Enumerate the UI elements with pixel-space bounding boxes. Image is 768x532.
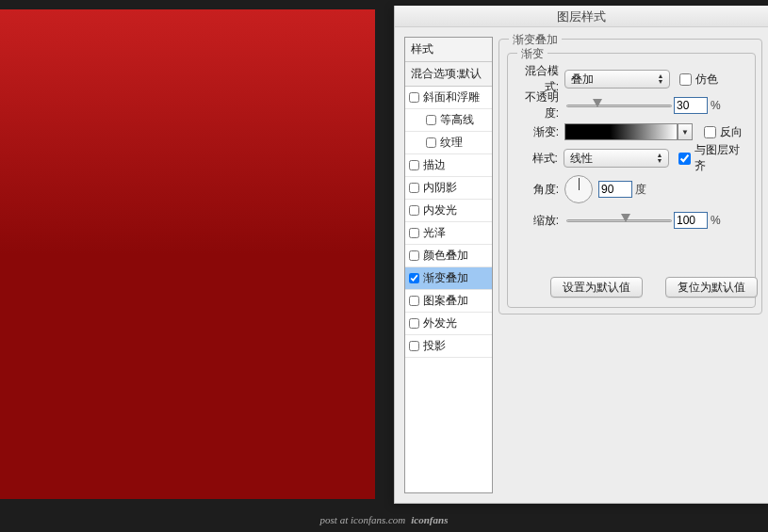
style-item[interactable]: 等高线 bbox=[405, 109, 492, 132]
style-item[interactable]: 内发光 bbox=[405, 200, 492, 222]
make-default-button[interactable]: 设置为默认值 bbox=[550, 277, 643, 298]
style-item[interactable]: 投影 bbox=[405, 335, 492, 358]
style-item-label: 外发光 bbox=[423, 315, 457, 331]
footer-brand: iconfans bbox=[411, 514, 448, 525]
reverse-label: 反向 bbox=[720, 124, 743, 140]
scale-slider[interactable] bbox=[566, 213, 672, 228]
label-style: 样式: bbox=[514, 151, 564, 167]
angle-dial[interactable] bbox=[564, 175, 593, 203]
gradient-overlay-group: 渐变叠加 渐变 混合模式: 叠加 ▲▼ 仿色 bbox=[498, 39, 762, 314]
layer-style-dialog: 图层样式 样式 混合选项:默认 斜面和浮雕等高线纹理描边内阴影内发光光泽颜色叠加… bbox=[394, 6, 768, 504]
style-list-header[interactable]: 样式 bbox=[405, 38, 492, 62]
style-item-checkbox[interactable] bbox=[426, 115, 436, 125]
gradient-style-select[interactable]: 线性 ▲▼ bbox=[564, 149, 669, 168]
style-item-label: 图案叠加 bbox=[423, 293, 468, 309]
footer: post at iconfans.com iconfans bbox=[0, 508, 768, 532]
label-gradient: 渐变: bbox=[514, 124, 564, 140]
style-item-checkbox[interactable] bbox=[409, 273, 419, 283]
style-item[interactable]: 外发光 bbox=[405, 313, 492, 335]
align-label: 与图层对齐 bbox=[694, 142, 749, 174]
style-item-label: 投影 bbox=[423, 338, 446, 354]
label-opacity: 不透明度: bbox=[514, 89, 564, 121]
style-item-label: 斜面和浮雕 bbox=[423, 89, 480, 105]
style-item-checkbox[interactable] bbox=[409, 250, 419, 261]
style-item[interactable]: 斜面和浮雕 bbox=[405, 87, 492, 109]
opacity-input[interactable] bbox=[674, 97, 708, 114]
angle-input[interactable] bbox=[598, 181, 632, 198]
style-list: 样式 混合选项:默认 斜面和浮雕等高线纹理描边内阴影内发光光泽颜色叠加渐变叠加图… bbox=[404, 37, 493, 493]
opacity-unit: % bbox=[711, 99, 721, 112]
style-item-checkbox[interactable] bbox=[409, 228, 419, 238]
group-legend-inner: 渐变 bbox=[517, 46, 547, 62]
style-item-checkbox[interactable] bbox=[409, 318, 419, 329]
style-item[interactable]: 颜色叠加 bbox=[405, 245, 492, 267]
reset-default-button[interactable]: 复位为默认值 bbox=[665, 277, 758, 298]
style-item-label: 光泽 bbox=[423, 225, 446, 241]
style-item-checkbox[interactable] bbox=[409, 296, 419, 306]
gradient-swatch[interactable]: ▼ bbox=[564, 123, 678, 140]
style-item-checkbox[interactable] bbox=[409, 341, 419, 351]
options-panel: 渐变叠加 渐变 混合模式: 叠加 ▲▼ 仿色 bbox=[498, 27, 768, 503]
style-item-checkbox[interactable] bbox=[409, 205, 419, 216]
style-item-label: 等高线 bbox=[440, 112, 474, 128]
dither-label: 仿色 bbox=[695, 72, 718, 88]
label-angle: 角度: bbox=[514, 182, 564, 198]
chevron-updown-icon: ▲▼ bbox=[656, 73, 665, 86]
style-item-label: 内阴影 bbox=[423, 180, 457, 196]
style-item[interactable]: 描边 bbox=[405, 154, 492, 177]
footer-prefix: post at bbox=[320, 514, 349, 525]
style-item-label: 内发光 bbox=[423, 202, 457, 218]
style-item[interactable]: 光泽 bbox=[405, 222, 492, 245]
style-item-label: 纹理 bbox=[440, 135, 463, 151]
style-item-label: 渐变叠加 bbox=[423, 270, 468, 286]
reverse-checkbox[interactable] bbox=[704, 126, 716, 138]
label-scale: 缩放: bbox=[514, 213, 564, 229]
style-item-label: 颜色叠加 bbox=[423, 248, 468, 264]
style-item-label: 描边 bbox=[423, 157, 446, 173]
gradient-group: 渐变 混合模式: 叠加 ▲▼ 仿色 不透明度: bbox=[507, 53, 756, 308]
scale-input[interactable] bbox=[674, 212, 708, 229]
style-item[interactable]: 图案叠加 bbox=[405, 290, 492, 313]
opacity-slider[interactable] bbox=[566, 98, 672, 113]
gradient-dropdown-icon[interactable]: ▼ bbox=[678, 123, 693, 140]
blend-mode-select[interactable]: 叠加 ▲▼ bbox=[564, 70, 670, 89]
style-item[interactable]: 纹理 bbox=[405, 132, 492, 154]
style-item-checkbox[interactable] bbox=[409, 160, 419, 170]
canvas-preview bbox=[0, 9, 375, 499]
blend-options-header[interactable]: 混合选项:默认 bbox=[405, 62, 492, 87]
scale-unit: % bbox=[711, 214, 721, 227]
footer-site: iconfans.com bbox=[351, 514, 405, 525]
style-item-checkbox[interactable] bbox=[426, 137, 436, 148]
dialog-title: 图层样式 bbox=[395, 6, 768, 27]
angle-unit: 度 bbox=[635, 182, 646, 198]
style-item-checkbox[interactable] bbox=[409, 92, 419, 103]
style-item[interactable]: 渐变叠加 bbox=[405, 267, 492, 290]
dither-checkbox[interactable] bbox=[679, 73, 692, 86]
style-item-checkbox[interactable] bbox=[409, 183, 419, 193]
align-checkbox[interactable] bbox=[678, 153, 691, 165]
chevron-updown-icon: ▲▼ bbox=[655, 152, 664, 165]
style-item[interactable]: 内阴影 bbox=[405, 177, 492, 200]
